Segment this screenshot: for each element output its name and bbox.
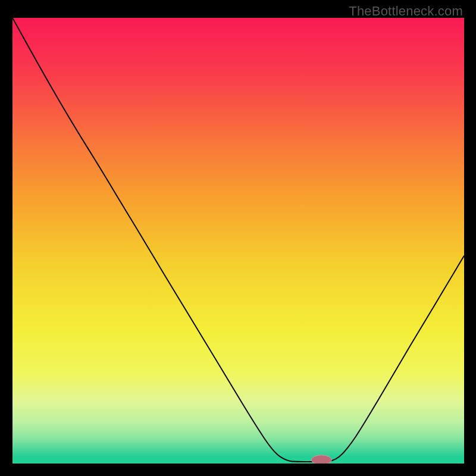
- chart-svg: [12, 18, 464, 464]
- marker-point: [311, 455, 331, 464]
- chart-container: TheBottleneck.com: [0, 0, 476, 476]
- watermark-text: TheBottleneck.com: [349, 4, 463, 19]
- plot-area: [12, 18, 464, 464]
